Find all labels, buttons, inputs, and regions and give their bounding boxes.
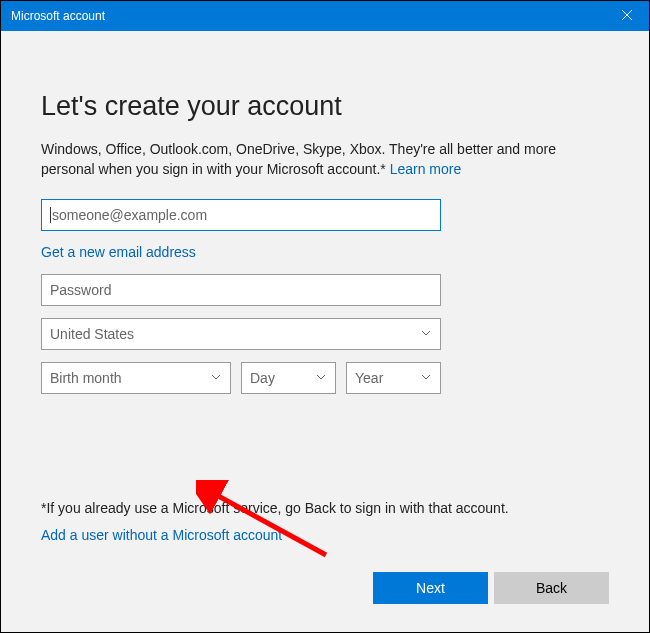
password-placeholder: Password bbox=[50, 282, 111, 298]
close-button[interactable] bbox=[604, 1, 649, 31]
birth-year-select[interactable]: Year bbox=[346, 362, 441, 394]
footer: *If you already use a Microsoft service,… bbox=[41, 500, 609, 604]
country-select[interactable]: United States bbox=[41, 318, 441, 350]
learn-more-link[interactable]: Learn more bbox=[390, 161, 462, 177]
add-without-account-link[interactable]: Add a user without a Microsoft account bbox=[41, 527, 282, 543]
email-field[interactable]: someone@example.com bbox=[41, 199, 441, 231]
chevron-down-icon bbox=[210, 370, 222, 386]
birth-month-select[interactable]: Birth month bbox=[41, 362, 231, 394]
chevron-down-icon bbox=[315, 370, 327, 386]
footer-note: *If you already use a Microsoft service,… bbox=[41, 500, 609, 516]
birth-day-select[interactable]: Day bbox=[241, 362, 336, 394]
content-area: Let's create your account Windows, Offic… bbox=[1, 31, 649, 394]
new-email-link[interactable]: Get a new email address bbox=[41, 244, 196, 260]
button-row: Next Back bbox=[41, 572, 609, 604]
country-value: United States bbox=[50, 326, 134, 342]
text-caret bbox=[50, 207, 51, 223]
close-icon bbox=[622, 9, 632, 23]
chevron-down-icon bbox=[420, 326, 432, 342]
email-placeholder: someone@example.com bbox=[52, 207, 207, 223]
title-bar: Microsoft account bbox=[1, 1, 649, 31]
password-field[interactable]: Password bbox=[41, 274, 441, 306]
next-button[interactable]: Next bbox=[373, 572, 488, 604]
dob-row: Birth month Day Year bbox=[41, 362, 441, 394]
back-button[interactable]: Back bbox=[494, 572, 609, 604]
birth-day-value: Day bbox=[250, 370, 275, 386]
page-title: Let's create your account bbox=[41, 91, 609, 122]
chevron-down-icon bbox=[420, 370, 432, 386]
birth-month-value: Birth month bbox=[50, 370, 122, 386]
description: Windows, Office, Outlook.com, OneDrive, … bbox=[41, 140, 609, 179]
account-creation-window: Microsoft account Let's create your acco… bbox=[0, 0, 650, 633]
description-text: Windows, Office, Outlook.com, OneDrive, … bbox=[41, 141, 556, 177]
window-title: Microsoft account bbox=[11, 9, 105, 23]
birth-year-value: Year bbox=[355, 370, 383, 386]
